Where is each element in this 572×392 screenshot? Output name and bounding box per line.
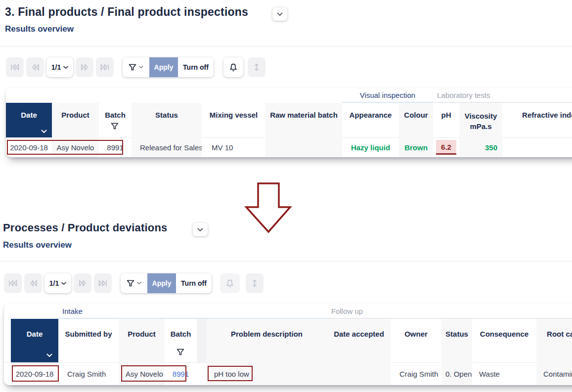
column-header-batch[interactable]: Batch (165, 319, 197, 362)
turn-off-filter-button[interactable]: Turn off (176, 273, 212, 293)
column-label: Appearance (350, 111, 392, 119)
sort-desc-icon (46, 353, 52, 357)
column-label: Date accepted (334, 330, 384, 338)
column-header-viscosity[interactable]: Viscosity mPa.s (459, 103, 502, 137)
next-page-icon (81, 64, 89, 71)
column-header-owner[interactable]: Owner (391, 319, 441, 362)
page-indicator: 1/1 (51, 63, 61, 71)
section1-subtitle: Results overview (5, 24, 74, 34)
cell-batch-link[interactable]: 8991 (165, 362, 197, 385)
section2-title: Processes / Product deviations (3, 221, 167, 234)
pagination-prev-button (24, 273, 42, 293)
filter-control-group: Apply Turn off (123, 57, 214, 77)
column-header-refractive-index[interactable]: Refractive index (502, 103, 572, 137)
column-header-raw-material-batch[interactable]: Raw material batch (265, 103, 342, 137)
filter-dropdown-button[interactable] (123, 57, 149, 77)
cell-spacer (197, 362, 206, 385)
pagination-next-button (74, 273, 91, 293)
column-label: Raw material batch (270, 111, 338, 119)
pagination-first-button (4, 273, 22, 293)
apply-filter-button[interactable]: Apply (147, 273, 176, 293)
column-filter-funnel-icon[interactable] (111, 123, 119, 130)
cell-colour: Brown (399, 137, 433, 157)
column-header-ph[interactable]: pH (433, 103, 459, 137)
apply-filter-button[interactable]: Apply (149, 57, 178, 77)
cell-batch: 8991 (99, 137, 132, 157)
column-header-consequence[interactable]: Consequence (472, 319, 536, 362)
page-select[interactable]: 1/1 (46, 57, 73, 77)
cell-ph: 6.2 (433, 137, 459, 157)
resize-rows-button (248, 57, 265, 77)
column-header-submitted-by[interactable]: Submitted by (58, 319, 119, 362)
filter-funnel-icon (127, 280, 134, 287)
column-header-date-accepted[interactable]: Date accepted (327, 319, 391, 362)
turn-off-filter-button[interactable]: Turn off (178, 57, 214, 77)
column-header-status[interactable]: Status (441, 319, 472, 362)
table2-group-row: Intake Follow up (4, 303, 572, 319)
pagination-first-button (6, 57, 24, 77)
page-select[interactable]: 1/1 (44, 273, 71, 293)
pagination-prev-button (26, 57, 44, 77)
column-label: pH (441, 111, 451, 119)
section2-collapse-button[interactable] (193, 223, 208, 236)
chevron-down-icon (139, 66, 143, 69)
prev-page-icon (31, 64, 40, 71)
column-unit-label: mPa.s (470, 122, 491, 131)
pagination-last-button (96, 57, 114, 77)
group-visual-inspection: Visual inspection (342, 91, 433, 99)
cell-root-cause: Contamination (536, 362, 572, 385)
filter-funnel-icon (129, 64, 136, 71)
skip-last-icon (100, 64, 110, 71)
annotation-arrow-down (243, 182, 293, 234)
column-label: Owner (404, 330, 428, 338)
column-header-status[interactable]: Status (132, 103, 202, 137)
pagination-last-button (94, 273, 112, 293)
cell-status: 0. Open (441, 362, 472, 385)
column-header-batch[interactable]: Batch (99, 103, 132, 137)
chevron-down-icon (137, 282, 141, 285)
column-header-product[interactable]: Product (119, 319, 165, 362)
cell-consequence: Waste (472, 362, 536, 385)
arrows-up-down-icon (253, 62, 260, 72)
column-label: Status (155, 111, 178, 119)
column-header-root-cause[interactable]: Root cause (536, 319, 572, 362)
column-label: Submitted by (65, 330, 112, 338)
cell-owner: Craig Smith (391, 362, 441, 385)
column-header-colour[interactable]: Colour (399, 103, 433, 137)
column-label: Date (21, 111, 37, 119)
cell-status: Released for Sales (132, 137, 202, 157)
next-page-icon (79, 280, 87, 287)
column-label: Mixing vessel (210, 111, 258, 119)
column-label: Problem description (231, 330, 303, 338)
column-filter-funnel-icon[interactable] (176, 348, 184, 355)
chevron-down-icon (61, 282, 66, 285)
cell-date: 2020-09-18 (11, 362, 58, 385)
column-header-date[interactable]: Date (6, 103, 52, 137)
column-label: Refractive index (522, 111, 572, 119)
arrows-up-down-icon (251, 278, 258, 288)
cell-submitted-by: Craig Smith (58, 362, 119, 385)
column-label: Consequence (480, 330, 528, 338)
notifications-button[interactable] (223, 57, 243, 77)
skip-last-icon (98, 280, 108, 287)
column-label: Date (27, 330, 43, 338)
table1-group-row: Visual inspection Laboratory tests (6, 88, 572, 103)
chevron-down-icon (197, 228, 203, 232)
cell-raw-material-batch (265, 137, 342, 157)
column-header-appearance[interactable]: Appearance (342, 103, 399, 137)
column-header-product[interactable]: Product (52, 103, 99, 137)
chevron-down-icon (63, 66, 68, 69)
column-header-problem-description[interactable]: Problem description (206, 319, 327, 362)
table2-header-row: Date Submitted by Product Batch Problem … (4, 319, 572, 363)
section1-collapse-button[interactable] (272, 7, 287, 21)
ph-alert-value: 6.2 (436, 140, 456, 155)
cell-product: Asy Novelo (52, 137, 99, 157)
column-header-mixing-vessel[interactable]: Mixing vessel (202, 103, 265, 137)
column-spacer (197, 319, 206, 362)
cell-refractive-index (502, 137, 572, 157)
column-header-date[interactable]: Date (11, 319, 58, 362)
filter-dropdown-button[interactable] (121, 273, 147, 293)
product-deviations-table: Intake Follow up Date Submitted by Produ… (4, 303, 572, 385)
group-intake: Intake (62, 307, 83, 315)
skip-first-icon (8, 280, 18, 287)
